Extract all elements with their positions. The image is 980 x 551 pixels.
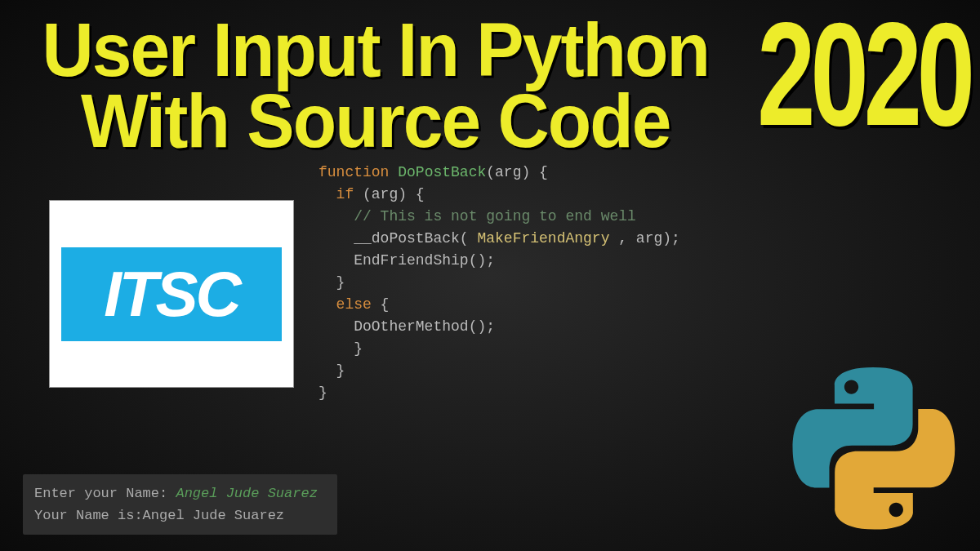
code-text: DoOtherMethod(); xyxy=(318,318,495,335)
console-line-1: Enter your Name: Angel Jude Suarez xyxy=(34,482,326,504)
code-text: } xyxy=(318,274,345,291)
code-text: } xyxy=(318,340,363,357)
title-line-1: User Input In Python xyxy=(42,15,709,86)
code-text: { xyxy=(372,296,390,313)
code-keyword: else xyxy=(318,296,372,313)
console-input-value: Angel Jude Suarez xyxy=(176,486,317,501)
code-text: __doPostBack( xyxy=(318,230,477,247)
code-keyword: function xyxy=(318,164,389,180)
code-keyword: if xyxy=(318,186,354,202)
title-line-2: With Source Code xyxy=(42,86,709,157)
code-function-name: DoPostBack xyxy=(389,164,486,180)
code-snippet: function DoPostBack(arg) { if (arg) { //… xyxy=(318,162,680,404)
itsc-logo-bg: ITSC xyxy=(61,247,282,341)
main-title: User Input In Python With Source Code xyxy=(24,15,727,158)
code-literal: MakeFriendAngry xyxy=(477,230,609,247)
code-text: , arg); xyxy=(609,230,679,247)
console-prompt: Enter your Name: xyxy=(34,486,176,501)
year-badge: 2020 xyxy=(757,8,970,140)
code-text: (arg) { xyxy=(486,164,548,180)
code-text: } xyxy=(318,384,327,401)
code-text: EndFriendShip(); xyxy=(318,252,495,269)
itsc-logo-container: ITSC xyxy=(49,200,294,388)
console-output-box: Enter your Name: Angel Jude Suarez Your … xyxy=(23,474,337,535)
python-logo-icon xyxy=(792,367,956,531)
code-text: } xyxy=(318,362,345,379)
console-line-2: Your Name is:Angel Jude Suarez xyxy=(34,504,326,527)
code-comment: // This is not going to end well xyxy=(318,208,636,224)
code-text: (arg) { xyxy=(354,186,424,202)
itsc-logo-text: ITSC xyxy=(104,257,239,331)
